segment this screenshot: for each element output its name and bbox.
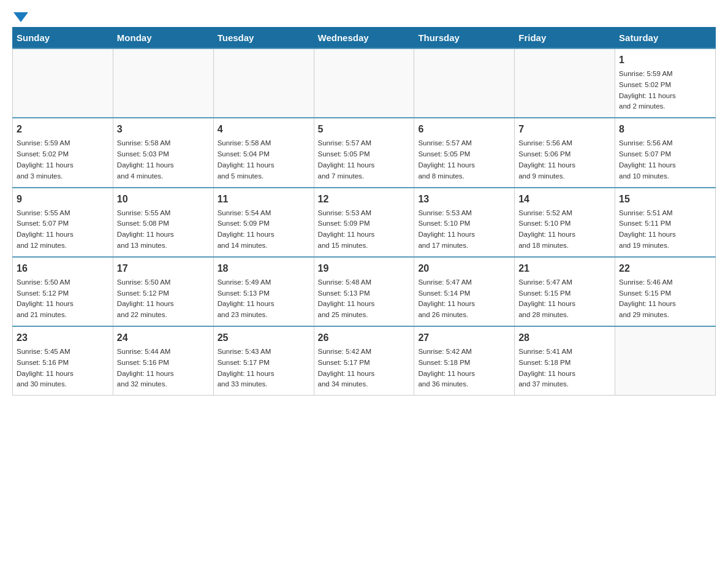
weekday-header-monday: Monday	[113, 28, 213, 49]
day-number: 20	[418, 261, 510, 276]
day-info: Sunrise: 5:51 AM Sunset: 5:11 PM Dayligh…	[619, 208, 711, 251]
calendar-cell	[213, 48, 314, 118]
calendar-cell: 22Sunrise: 5:46 AM Sunset: 5:15 PM Dayli…	[615, 257, 716, 326]
logo	[12, 12, 28, 21]
day-number: 9	[17, 192, 109, 207]
calendar-cell: 1Sunrise: 5:59 AM Sunset: 5:02 PM Daylig…	[615, 48, 716, 118]
weekday-header-saturday: Saturday	[615, 28, 716, 49]
day-number: 1	[619, 53, 711, 67]
calendar-cell: 16Sunrise: 5:50 AM Sunset: 5:12 PM Dayli…	[13, 257, 113, 326]
weekday-header-sunday: Sunday	[13, 28, 113, 49]
day-number: 2	[17, 122, 109, 137]
calendar-cell: 2Sunrise: 5:59 AM Sunset: 5:02 PM Daylig…	[13, 118, 113, 187]
calendar-cell: 24Sunrise: 5:44 AM Sunset: 5:16 PM Dayli…	[113, 326, 213, 396]
weekday-header-friday: Friday	[515, 28, 615, 49]
day-info: Sunrise: 5:54 AM Sunset: 5:09 PM Dayligh…	[218, 208, 310, 251]
calendar-cell	[515, 48, 615, 118]
day-number: 19	[318, 261, 411, 276]
day-info: Sunrise: 5:57 AM Sunset: 5:05 PM Dayligh…	[418, 138, 510, 182]
day-info: Sunrise: 5:41 AM Sunset: 5:18 PM Dayligh…	[518, 347, 611, 390]
day-info: Sunrise: 5:59 AM Sunset: 5:02 PM Dayligh…	[619, 69, 711, 112]
calendar-week-row: 2Sunrise: 5:59 AM Sunset: 5:02 PM Daylig…	[13, 118, 716, 187]
day-info: Sunrise: 5:49 AM Sunset: 5:13 PM Dayligh…	[218, 277, 310, 321]
calendar-cell: 28Sunrise: 5:41 AM Sunset: 5:18 PM Dayli…	[515, 326, 615, 396]
day-info: Sunrise: 5:50 AM Sunset: 5:12 PM Dayligh…	[117, 277, 210, 321]
day-number: 28	[518, 331, 611, 345]
day-number: 8	[619, 122, 711, 137]
day-number: 3	[117, 122, 210, 137]
day-info: Sunrise: 5:50 AM Sunset: 5:12 PM Dayligh…	[17, 277, 109, 321]
day-number: 24	[117, 331, 210, 345]
day-number: 21	[518, 261, 611, 276]
calendar-cell: 3Sunrise: 5:58 AM Sunset: 5:03 PM Daylig…	[113, 118, 213, 187]
day-info: Sunrise: 5:44 AM Sunset: 5:16 PM Dayligh…	[117, 347, 210, 390]
calendar-cell: 14Sunrise: 5:52 AM Sunset: 5:10 PM Dayli…	[515, 188, 615, 257]
calendar-cell: 25Sunrise: 5:43 AM Sunset: 5:17 PM Dayli…	[213, 326, 314, 396]
calendar-cell	[615, 326, 716, 396]
day-number: 4	[218, 122, 310, 137]
day-number: 13	[418, 192, 510, 207]
calendar-cell: 10Sunrise: 5:55 AM Sunset: 5:08 PM Dayli…	[113, 188, 213, 257]
calendar-cell	[13, 48, 113, 118]
day-info: Sunrise: 5:53 AM Sunset: 5:09 PM Dayligh…	[318, 208, 411, 251]
day-info: Sunrise: 5:58 AM Sunset: 5:04 PM Dayligh…	[218, 138, 310, 182]
page-header	[12, 12, 716, 21]
day-number: 10	[117, 192, 210, 207]
calendar-cell: 7Sunrise: 5:56 AM Sunset: 5:06 PM Daylig…	[515, 118, 615, 187]
day-info: Sunrise: 5:57 AM Sunset: 5:05 PM Dayligh…	[318, 138, 411, 182]
calendar-week-row: 16Sunrise: 5:50 AM Sunset: 5:12 PM Dayli…	[13, 257, 716, 326]
calendar-cell: 27Sunrise: 5:42 AM Sunset: 5:18 PM Dayli…	[414, 326, 515, 396]
calendar-cell: 6Sunrise: 5:57 AM Sunset: 5:05 PM Daylig…	[414, 118, 515, 187]
day-number: 27	[418, 331, 510, 345]
calendar-cell	[113, 48, 213, 118]
day-info: Sunrise: 5:56 AM Sunset: 5:07 PM Dayligh…	[619, 138, 711, 182]
day-info: Sunrise: 5:58 AM Sunset: 5:03 PM Dayligh…	[117, 138, 210, 182]
calendar-cell: 12Sunrise: 5:53 AM Sunset: 5:09 PM Dayli…	[314, 188, 414, 257]
calendar-cell: 4Sunrise: 5:58 AM Sunset: 5:04 PM Daylig…	[213, 118, 314, 187]
logo-triangle-icon	[13, 12, 28, 22]
day-number: 17	[117, 261, 210, 276]
calendar-cell: 5Sunrise: 5:57 AM Sunset: 5:05 PM Daylig…	[314, 118, 414, 187]
calendar-week-row: 9Sunrise: 5:55 AM Sunset: 5:07 PM Daylig…	[13, 188, 716, 257]
day-number: 22	[619, 261, 711, 276]
calendar-cell	[314, 48, 414, 118]
day-number: 7	[518, 122, 611, 137]
calendar-cell: 9Sunrise: 5:55 AM Sunset: 5:07 PM Daylig…	[13, 188, 113, 257]
calendar-cell: 18Sunrise: 5:49 AM Sunset: 5:13 PM Dayli…	[213, 257, 314, 326]
day-info: Sunrise: 5:47 AM Sunset: 5:14 PM Dayligh…	[418, 277, 510, 321]
day-info: Sunrise: 5:56 AM Sunset: 5:06 PM Dayligh…	[518, 138, 611, 182]
day-info: Sunrise: 5:55 AM Sunset: 5:07 PM Dayligh…	[17, 208, 109, 251]
calendar-body: 1Sunrise: 5:59 AM Sunset: 5:02 PM Daylig…	[13, 48, 716, 396]
day-info: Sunrise: 5:45 AM Sunset: 5:16 PM Dayligh…	[17, 347, 109, 390]
calendar-cell: 8Sunrise: 5:56 AM Sunset: 5:07 PM Daylig…	[615, 118, 716, 187]
calendar-cell: 17Sunrise: 5:50 AM Sunset: 5:12 PM Dayli…	[113, 257, 213, 326]
day-number: 23	[17, 331, 109, 345]
calendar-cell: 11Sunrise: 5:54 AM Sunset: 5:09 PM Dayli…	[213, 188, 314, 257]
day-info: Sunrise: 5:42 AM Sunset: 5:18 PM Dayligh…	[418, 347, 510, 390]
calendar-cell: 26Sunrise: 5:42 AM Sunset: 5:17 PM Dayli…	[314, 326, 414, 396]
weekday-header-thursday: Thursday	[414, 28, 515, 49]
day-info: Sunrise: 5:47 AM Sunset: 5:15 PM Dayligh…	[518, 277, 611, 321]
calendar-week-row: 23Sunrise: 5:45 AM Sunset: 5:16 PM Dayli…	[13, 326, 716, 396]
day-info: Sunrise: 5:42 AM Sunset: 5:17 PM Dayligh…	[318, 347, 411, 390]
calendar-cell: 23Sunrise: 5:45 AM Sunset: 5:16 PM Dayli…	[13, 326, 113, 396]
calendar-table: SundayMondayTuesdayWednesdayThursdayFrid…	[12, 27, 716, 396]
weekday-header-wednesday: Wednesday	[314, 28, 414, 49]
day-number: 6	[418, 122, 510, 137]
day-number: 15	[619, 192, 711, 207]
calendar-cell: 21Sunrise: 5:47 AM Sunset: 5:15 PM Dayli…	[515, 257, 615, 326]
day-number: 14	[518, 192, 611, 207]
calendar-cell	[414, 48, 515, 118]
calendar-cell: 13Sunrise: 5:53 AM Sunset: 5:10 PM Dayli…	[414, 188, 515, 257]
calendar-week-row: 1Sunrise: 5:59 AM Sunset: 5:02 PM Daylig…	[13, 48, 716, 118]
day-number: 5	[318, 122, 411, 137]
day-number: 12	[318, 192, 411, 207]
day-info: Sunrise: 5:59 AM Sunset: 5:02 PM Dayligh…	[17, 138, 109, 182]
weekday-header-row: SundayMondayTuesdayWednesdayThursdayFrid…	[13, 28, 716, 49]
day-info: Sunrise: 5:46 AM Sunset: 5:15 PM Dayligh…	[619, 277, 711, 321]
calendar-header: SundayMondayTuesdayWednesdayThursdayFrid…	[13, 28, 716, 49]
day-info: Sunrise: 5:53 AM Sunset: 5:10 PM Dayligh…	[418, 208, 510, 251]
day-number: 26	[318, 331, 411, 345]
day-number: 11	[218, 192, 310, 207]
day-info: Sunrise: 5:43 AM Sunset: 5:17 PM Dayligh…	[218, 347, 310, 390]
